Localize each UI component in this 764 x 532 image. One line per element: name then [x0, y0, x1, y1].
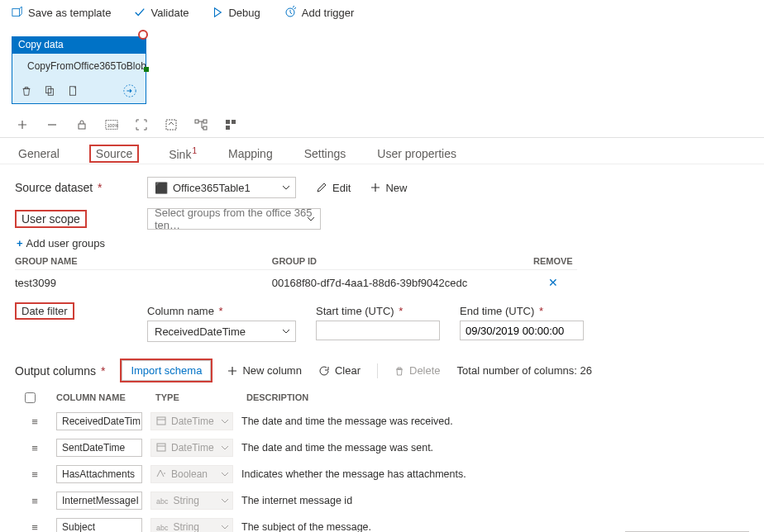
svg-rect-13: [203, 120, 207, 123]
column-name-label: Column name *: [147, 305, 296, 317]
tab-general[interactable]: General: [17, 144, 61, 164]
tab-user-properties[interactable]: User properties: [375, 144, 458, 164]
chevron-down-icon: [221, 470, 229, 478]
chevron-down-icon: [221, 523, 229, 531]
lock-icon[interactable]: [74, 117, 89, 132]
edit-dataset-button[interactable]: Edit: [316, 182, 351, 194]
drag-handle[interactable]: ≡: [25, 442, 45, 454]
total-columns-label: Total number of columns: 26: [457, 364, 592, 377]
zoom-out-icon[interactable]: [45, 117, 60, 132]
activity-type-label: Copy data: [12, 36, 146, 53]
drag-handle[interactable]: ≡: [25, 416, 45, 428]
end-time-label: End time (UTC) *: [460, 305, 584, 317]
separator: [377, 363, 378, 378]
svg-point-7: [124, 85, 136, 97]
column-description: The internet message id: [241, 495, 352, 506]
drag-handle[interactable]: ≡: [25, 521, 45, 533]
new-column-button[interactable]: New column: [227, 364, 302, 377]
column-name-dropdown[interactable]: ReceivedDateTime: [147, 321, 296, 342]
start-time-input[interactable]: [316, 321, 440, 340]
chevron-down-icon: [221, 496, 229, 505]
column-type-dropdown: DateTime: [150, 412, 233, 430]
tab-source[interactable]: Source: [89, 145, 139, 163]
type-tag-icon: [156, 442, 166, 454]
delete-icon[interactable]: [21, 85, 32, 97]
debug-button[interactable]: Debug: [212, 7, 260, 19]
office365-icon: ⬛: [155, 182, 168, 194]
copy-data-activity[interactable]: Copy data CopyFromOffice365ToBlob: [12, 36, 146, 104]
column-description: The date and time the message was receiv…: [241, 416, 453, 427]
schema-row: ≡ReceivedDateTimDateTimeThe date and tim…: [25, 408, 749, 435]
tab-bar: General Source Sink1 Mapping Settings Us…: [0, 138, 764, 164]
svg-rect-15: [226, 120, 230, 124]
fullscreen-icon[interactable]: [164, 117, 179, 132]
svg-rect-9: [106, 121, 117, 130]
group-remove-header: REMOVE: [529, 256, 577, 266]
user-scope-dropdown[interactable]: Select groups from the office 365 ten…: [147, 208, 321, 230]
user-scope-label: User scope: [15, 212, 147, 226]
tab-sink[interactable]: Sink1: [167, 143, 198, 164]
tab-settings[interactable]: Settings: [303, 144, 348, 164]
save-as-template-button[interactable]: Save as template: [12, 7, 111, 19]
remove-group-button[interactable]: ✕: [548, 276, 558, 289]
output-handle[interactable]: [144, 67, 149, 72]
type-tag-icon: [156, 416, 166, 428]
group-name-header: GROUP NAME: [15, 256, 272, 266]
zoom-in-icon[interactable]: [15, 117, 30, 132]
drag-handle[interactable]: ≡: [25, 468, 45, 481]
column-name-input[interactable]: ReceivedDateTim: [56, 412, 142, 430]
tab-mapping[interactable]: Mapping: [227, 144, 275, 164]
new-dataset-button[interactable]: New: [370, 182, 407, 194]
column-description: The date and time the message was sent.: [241, 442, 433, 454]
group-name-cell: test3099: [15, 277, 272, 289]
clone-icon[interactable]: [67, 85, 79, 97]
drag-handle[interactable]: ≡: [25, 495, 45, 507]
refresh-icon: [318, 365, 330, 377]
align-icon[interactable]: [223, 117, 238, 132]
zoom-percent-icon[interactable]: 100%: [104, 117, 119, 132]
column-type-dropdown: abcString: [150, 518, 233, 532]
group-id-header: GROUP ID: [272, 256, 529, 266]
column-name-input[interactable]: HasAttachments: [56, 465, 142, 483]
column-name-input[interactable]: InternetMessageI: [56, 492, 142, 510]
svg-rect-0: [12, 9, 20, 17]
svg-rect-17: [226, 126, 230, 130]
column-name-input[interactable]: SentDateTime: [56, 439, 142, 457]
plus-icon: [370, 183, 380, 192]
source-dataset-dropdown[interactable]: ⬛ Office365Table1: [147, 177, 296, 198]
chevron-down-icon: [221, 417, 229, 425]
column-description: Indicates whether the message has attach…: [241, 468, 466, 480]
svg-text:100%: 100%: [107, 123, 118, 128]
svg-rect-14: [203, 126, 207, 130]
svg-rect-5: [48, 88, 53, 95]
save-as-template-label: Save as template: [28, 7, 111, 19]
activity-name: CopyFromOffice365ToBlob: [27, 60, 146, 72]
check-icon: [134, 7, 146, 18]
fit-screen-icon[interactable]: [134, 117, 149, 132]
canvas-toolbar: 100%: [0, 112, 764, 138]
svg-rect-11: [166, 120, 176, 130]
column-description: The subject of the message.: [241, 521, 371, 532]
autolayout-icon[interactable]: [193, 117, 208, 132]
group-row: test3099 00168f80-df7d-4aa1-88d6-39bf904…: [15, 270, 577, 295]
source-dataset-label: Source dataset *: [15, 181, 147, 194]
type-tag-icon: abc: [156, 495, 169, 506]
end-time-input[interactable]: [460, 321, 584, 340]
copy-icon[interactable]: [44, 85, 55, 97]
add-trigger-button[interactable]: Add trigger: [284, 6, 355, 19]
type-tag-icon: abc: [156, 521, 169, 532]
validate-label: Validate: [150, 7, 189, 19]
template-icon: [12, 7, 23, 18]
select-all-checkbox[interactable]: [25, 392, 36, 403]
add-user-groups-button[interactable]: + Add user groups: [17, 237, 749, 249]
type-header: TYPE: [155, 392, 246, 405]
column-type-dropdown: Boolean: [150, 465, 233, 483]
expand-arrow-icon[interactable]: [122, 83, 137, 98]
column-type-dropdown: abcString: [150, 492, 233, 510]
import-schema-button[interactable]: Import schema: [122, 360, 211, 381]
column-name-input[interactable]: Subject: [56, 518, 142, 532]
start-time-label: Start time (UTC) *: [316, 305, 440, 317]
svg-rect-18: [157, 417, 165, 425]
validate-button[interactable]: Validate: [134, 7, 189, 19]
clear-button[interactable]: Clear: [318, 364, 361, 377]
